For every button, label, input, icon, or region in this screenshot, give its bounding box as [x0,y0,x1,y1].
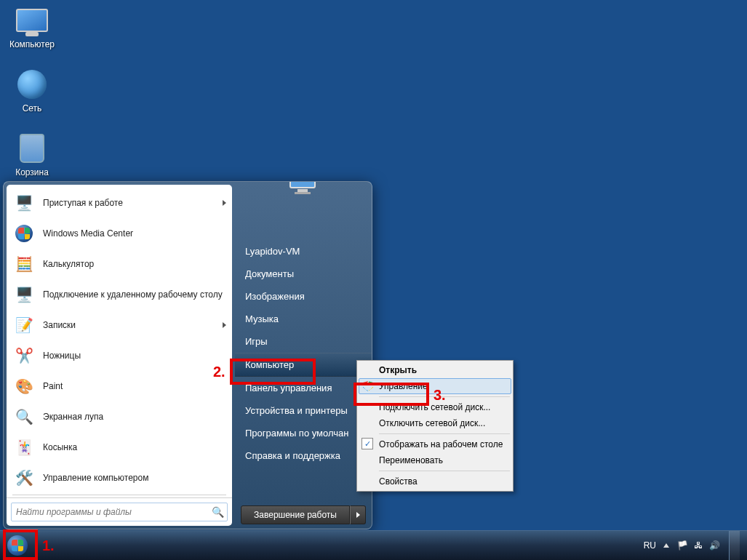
program-label: Приступая к работе [43,198,220,208]
program-calculator[interactable]: 🧮 Калькулятор [8,249,231,279]
stickynotes-icon: 📝 [12,313,36,337]
ctx-label: Управление [379,381,428,391]
svg-rect-2 [295,192,311,194]
desktop-icon-recyclebin[interactable]: Корзина [3,131,61,177]
user-avatar-icon [283,181,324,201]
scissors-icon: ✂️ [12,344,36,367]
ctx-manage[interactable]: Управление [359,378,511,394]
program-label: Управление компьютером [43,473,226,483]
windows-logo-icon [7,535,28,556]
right-link-controlpanel[interactable]: Панель управления [235,377,372,399]
taskbar[interactable]: RU 🏳️ 🖧 🔊 [0,530,747,560]
separator [379,396,510,397]
svg-rect-1 [297,189,308,192]
separator [379,471,510,471]
search-input[interactable] [15,506,212,518]
start-menu-left-pane: 🖥️ Приступая к работе Windows Media Cent… [7,185,232,526]
program-label: Калькулятор [43,259,226,269]
globe-icon [15,67,49,102]
right-link-help[interactable]: Справка и поддержка [235,444,372,467]
program-label: Windows Media Center [43,228,226,239]
ctx-label: Отображать на рабочем столе [379,439,503,449]
ctx-label: Свойства [379,476,418,487]
shutdown-options-button[interactable] [350,505,366,524]
action-center-icon[interactable]: 🏳️ [676,540,688,551]
checkbox-icon: ✓ [361,438,373,449]
ctx-properties[interactable]: Свойства [359,473,511,489]
shutdown-button[interactable]: Завершение работы [241,505,350,524]
start-menu-right-pane: Lyapidov-VM Документы Изображения Музыка… [235,182,372,529]
program-label: Ножницы [43,351,226,361]
ctx-showondesktop[interactable]: ✓ Отображать на рабочем столе [359,436,511,452]
program-stickynotes[interactable]: 📝 Записки [8,310,231,340]
ctx-label: Отключить сетевой диск... [379,418,485,428]
right-link-games[interactable]: Игры [235,330,372,353]
separator [379,433,510,434]
program-wmc[interactable]: Windows Media Center [8,218,231,249]
solitaire-icon: 🃏 [12,436,36,459]
ctx-open[interactable]: Открыть [359,362,511,378]
program-label: Записки [43,320,220,330]
right-link-documents[interactable]: Документы [235,263,372,285]
shield-icon [362,380,374,392]
program-snipping[interactable]: ✂️ Ножницы [8,340,231,371]
desktop-icon-computer[interactable]: Компьютер [3,3,61,49]
desktop[interactable]: Компьютер Сеть Корзина 🖥️ Приступая к ра… [0,0,747,560]
search-icon: 🔍 [212,506,224,518]
program-label: Экранная лупа [43,412,226,422]
program-magnifier[interactable]: 🔍 Экранная лупа [8,401,231,432]
right-link-defaultprograms[interactable]: Программы по умолчан [235,422,372,444]
getting-started-icon: 🖥️ [12,191,36,215]
compmgmt-icon: 🛠️ [12,466,36,489]
right-link-username[interactable]: Lyapidov-VM [235,240,372,263]
desktop-icon-label: Сеть [3,103,61,113]
svg-rect-0 [290,181,315,188]
program-paint[interactable]: 🎨 Paint [8,371,231,401]
submenu-arrow-icon [223,322,226,328]
network-icon[interactable]: 🖧 [692,540,704,551]
calculator-icon: 🧮 [12,252,36,276]
ctx-label: Переименовать [379,455,443,465]
right-link-pictures[interactable]: Изображения [235,285,372,308]
start-menu: 🖥️ Приступая к работе Windows Media Cent… [3,181,372,529]
search-box[interactable]: 🔍 [11,503,228,521]
start-menu-programs: 🖥️ Приступая к работе Windows Media Cent… [7,185,232,497]
ctx-label: Открыть [379,365,417,375]
desktop-icon-network[interactable]: Сеть [3,67,61,113]
right-link-devices[interactable]: Устройства и принтеры [235,399,372,422]
arrow-right-icon [356,512,360,518]
paint-icon: 🎨 [12,375,36,398]
start-menu-search: 🔍 [7,497,232,526]
ctx-disconnectdrive[interactable]: Отключить сетевой диск... [359,415,511,431]
language-indicator[interactable]: RU [644,540,656,551]
show-desktop-button[interactable] [729,531,740,560]
right-link-music[interactable]: Музыка [235,308,372,330]
program-getting-started[interactable]: 🖥️ Приступая к работе [8,188,231,218]
submenu-arrow-icon [223,200,226,206]
ctx-mapdrive[interactable]: Подключить сетевой диск... [359,399,511,415]
system-tray: RU 🏳️ 🖧 🔊 [644,531,747,560]
context-menu: Открыть Управление Подключить сетевой ди… [356,360,514,492]
right-link-computer[interactable]: Компьютер [235,353,372,377]
separator [12,495,226,495]
shutdown-group: Завершение работы [241,505,366,524]
program-rdp[interactable]: 🖥️ Подключение к удаленному рабочему сто… [8,279,231,310]
program-label: Paint [43,381,226,391]
rdp-icon: 🖥️ [12,283,36,306]
program-label: Косынка [43,442,226,452]
desktop-icon-label: Компьютер [3,39,61,49]
program-solitaire[interactable]: 🃏 Косынка [8,432,231,463]
ctx-label: Подключить сетевой диск... [379,402,490,412]
wmc-icon [12,222,36,245]
program-label: Подключение к удаленному рабочему столу [43,289,226,300]
monitor-icon [15,3,49,38]
program-compmgmt[interactable]: 🛠️ Управление компьютером [8,463,231,493]
tray-overflow-icon[interactable] [663,543,669,548]
volume-icon[interactable]: 🔊 [708,540,720,551]
start-button[interactable] [3,531,32,560]
desktop-icon-label: Корзина [3,167,61,177]
magnifier-icon: 🔍 [12,405,36,428]
ctx-rename[interactable]: Переименовать [359,452,511,468]
recyclebin-icon [15,131,49,166]
